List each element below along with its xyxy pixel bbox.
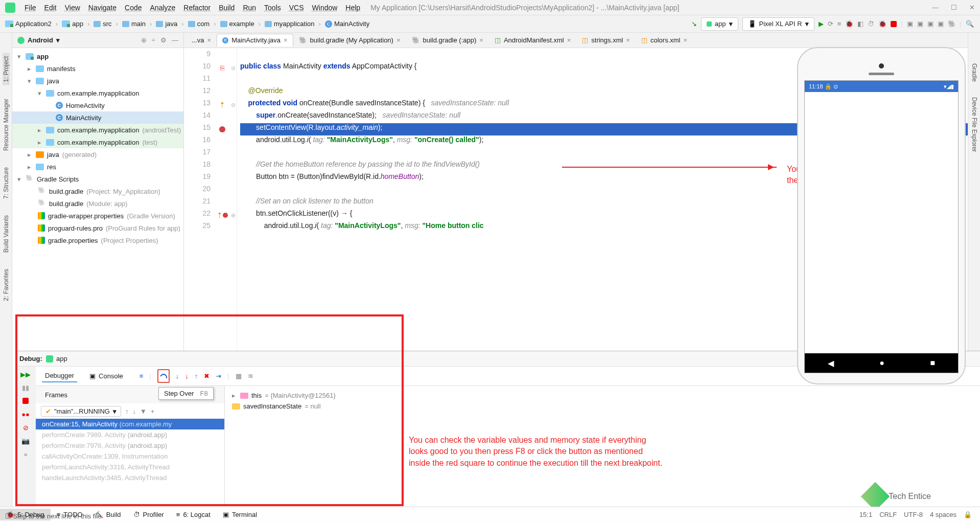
frame-list[interactable]: onCreate:15, MainActivity (com.example.m…	[36, 419, 224, 507]
frame-item[interactable]: performCreate:7989, Activity (android.ap…	[36, 429, 224, 440]
variable-row[interactable]: savedInstanceState = null	[231, 401, 974, 412]
tree-node-build-gradle-project[interactable]: build.gradle (Project: My_Application)	[12, 185, 183, 197]
run-configuration-combo[interactable]: app ▾	[701, 17, 738, 31]
menu-help[interactable]: Help	[341, 2, 364, 13]
tab-mainactivity[interactable]: CMainActivity.java×	[217, 34, 293, 47]
tree-node-gradle-properties[interactable]: gradle.properties (Project Properties)	[12, 234, 183, 246]
rail-gradle[interactable]: Gradle	[971, 63, 978, 82]
breakpoint-icon[interactable]	[223, 213, 228, 218]
tree-node-mainactivity[interactable]: CMainActivity	[12, 111, 183, 124]
force-step-into-icon[interactable]: ↓	[185, 372, 189, 380]
tab-build-gradle-app[interactable]: 🐘build.gradle (:app)×	[406, 34, 489, 47]
settings-icon[interactable]: ⚙	[160, 36, 167, 44]
menu-navigate[interactable]: Navigate	[84, 2, 121, 13]
tree-node-package-main[interactable]: ▾com.example.myapplication	[12, 87, 183, 99]
crumb-java[interactable]: java	[153, 19, 180, 29]
tab-console[interactable]: ▣Console	[86, 370, 126, 382]
get-thread-dump-icon[interactable]: 📷	[21, 436, 30, 445]
tree-node-app[interactable]: ▾app	[12, 50, 183, 62]
tree-node-res[interactable]: ▸res	[12, 161, 183, 173]
view-breakpoints-icon[interactable]: ●●	[21, 410, 30, 419]
crumb-com[interactable]: com	[185, 19, 213, 29]
resume-program-icon[interactable]: ▶▶	[21, 370, 30, 379]
menu-refactor[interactable]: Refactor	[179, 2, 215, 13]
frame-item[interactable]: handleLaunchActivity:3485, ActivityThrea…	[36, 472, 224, 483]
variable-row[interactable]: ▸this = {MainActivity@12561}	[231, 390, 974, 401]
bottom-tool-profiler[interactable]: ⏱ Profiler	[127, 509, 170, 520]
status-line-ending[interactable]: CRLF	[879, 511, 897, 518]
next-frame-icon[interactable]: ↓	[132, 407, 136, 415]
stop-button-icon[interactable]	[891, 21, 897, 27]
menu-code[interactable]: Code	[121, 2, 146, 13]
tree-node-package-test[interactable]: ▸com.example.myapplication (test)	[12, 136, 183, 148]
settings-icon[interactable]: »	[21, 449, 30, 459]
tab-truncated[interactable]: ...va×	[186, 34, 217, 47]
search-everywhere-icon[interactable]: 🔍	[966, 20, 974, 28]
apply-code-changes-icon[interactable]: ≡	[837, 20, 842, 28]
drop-frame-icon[interactable]: ✖	[204, 372, 209, 380]
prev-frame-icon[interactable]: ↑	[125, 407, 129, 415]
apply-changes-icon[interactable]: ⟳	[828, 20, 833, 28]
run-button-icon[interactable]: ▶	[819, 20, 824, 28]
run-to-cursor-icon[interactable]: ⇥	[216, 372, 221, 380]
frame-item[interactable]: onCreate:15, MainActivity (com.example.m…	[36, 419, 224, 429]
crumb-app[interactable]: app	[59, 19, 86, 29]
menu-vcs[interactable]: VCS	[285, 2, 308, 13]
crumb-mainactivity[interactable]: CMainActivity	[322, 19, 372, 29]
crumb-application2[interactable]: Application2	[2, 19, 55, 29]
attach-debugger-icon[interactable]: 🐞	[878, 20, 886, 28]
recent-button-icon[interactable]: ■	[930, 358, 936, 368]
tab-colors-xml[interactable]: ◫colors.xml×	[636, 34, 693, 47]
evaluate-expression-icon[interactable]: ▦	[236, 372, 242, 380]
tab-debugger[interactable]: Debugger	[42, 370, 77, 382]
tree-node-package-androidtest[interactable]: ▸com.example.myapplication (androidTest)	[12, 124, 183, 136]
tree-node-homeactivity[interactable]: CHomeActivity	[12, 99, 183, 111]
layout-inspector-icon[interactable]: ▣	[927, 20, 934, 28]
bottom-tool-logcat[interactable]: ≡ 6: Logcat	[170, 509, 217, 520]
resource-manager-icon[interactable]: ▣	[938, 20, 944, 28]
project-view-selector[interactable]: Android ▾	[17, 36, 60, 44]
trace-current-stream-icon[interactable]: ≋	[248, 372, 253, 380]
rail-structure[interactable]: 7: Structure	[3, 164, 10, 202]
tree-node-java-generated[interactable]: ▸java (generated)	[12, 148, 183, 161]
rail-device-file-explorer[interactable]: Device File Explorer	[971, 97, 978, 152]
status-indent[interactable]: 4 spaces	[930, 511, 956, 518]
frame-item[interactable]: performCreate:7978, Activity (android.ap…	[36, 440, 224, 451]
tree-node-wrapper-properties[interactable]: gradle-wrapper.properties (Gradle Versio…	[12, 210, 183, 222]
hide-panel-icon[interactable]: —	[172, 36, 178, 44]
android-navbar[interactable]: ◀ ● ■	[805, 353, 958, 373]
debug-panel-app-name[interactable]: app	[56, 355, 67, 362]
home-button-icon[interactable]: ●	[879, 358, 884, 368]
menu-window[interactable]: Window	[308, 2, 342, 13]
sync-gradle-icon[interactable]: 🐘	[948, 20, 956, 28]
pause-icon[interactable]: ▮▮	[21, 383, 30, 392]
rail-build-variants[interactable]: Build Variants	[3, 212, 10, 256]
crumb-main[interactable]: main	[119, 19, 149, 29]
rail-favorites[interactable]: 2: Favorites	[3, 266, 10, 304]
thread-combo[interactable]: ✔"main"...RUNNING ▾	[41, 406, 121, 417]
select-opened-file-icon[interactable]: ⊕	[141, 36, 147, 44]
back-button-icon[interactable]: ◀	[828, 358, 834, 368]
menu-run[interactable]: Run	[239, 2, 260, 13]
step-into-icon[interactable]: ↓	[176, 372, 179, 380]
step-out-icon[interactable]: ↑	[195, 372, 198, 380]
filter-icon[interactable]: ▼	[140, 407, 147, 415]
status-encoding[interactable]: UTF-8	[904, 511, 923, 518]
frame-item[interactable]: callActivityOnCreate:1309, Instrumentati…	[36, 451, 224, 462]
mute-breakpoints-icon[interactable]: ⊘	[21, 423, 30, 432]
bottom-tool-terminal[interactable]: ▣ Terminal	[217, 509, 263, 520]
maximize-icon[interactable]: ☐	[951, 4, 957, 11]
show-execution-point-icon[interactable]: ≡	[139, 372, 144, 380]
rail-project[interactable]: 1: Project	[3, 53, 10, 85]
crumb-myapplication[interactable]: myapplication	[262, 19, 318, 29]
build-icon[interactable]: ↘	[691, 20, 697, 28]
tree-node-build-gradle-module[interactable]: build.gradle (Module: app)	[12, 197, 183, 210]
tree-node-manifests[interactable]: ▸manifests	[12, 62, 183, 75]
minimize-icon[interactable]: —	[932, 4, 939, 11]
menu-analyze[interactable]: Analyze	[146, 2, 180, 13]
menu-file[interactable]: File	[20, 2, 40, 13]
collapse-all-icon[interactable]: ÷	[152, 36, 155, 44]
add-icon[interactable]: +	[151, 407, 155, 415]
avd-manager-icon[interactable]: ▣	[907, 20, 913, 28]
tab-androidmanifest[interactable]: ◫AndroidManifest.xml×	[489, 34, 576, 47]
